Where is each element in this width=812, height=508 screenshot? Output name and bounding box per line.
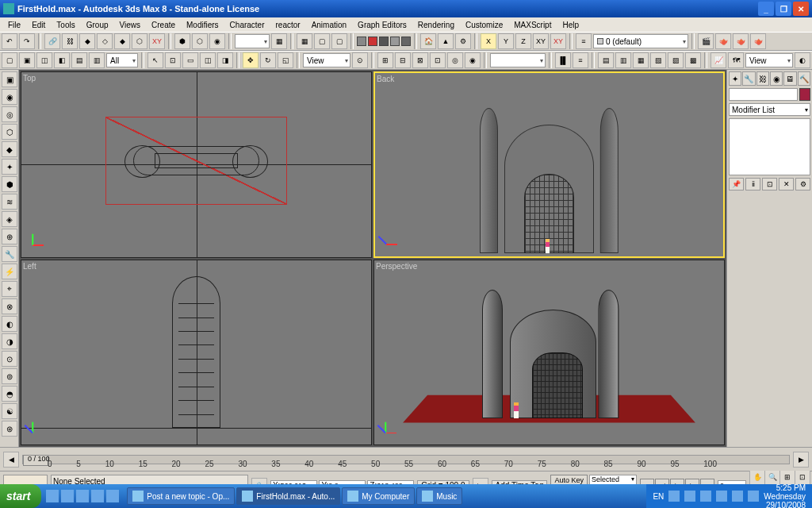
viewport-perspective[interactable]: Perspective: [373, 260, 725, 446]
menu-help[interactable]: Help: [557, 20, 584, 30]
ql-icon[interactable]: [46, 490, 59, 502]
r-tool-2[interactable]: ◉: [2, 89, 17, 105]
select-rect[interactable]: ▭: [182, 52, 198, 68]
select-arrow[interactable]: ↖: [147, 52, 163, 68]
redo-button[interactable]: ↷: [19, 33, 35, 49]
render-quick[interactable]: 🫖: [715, 33, 731, 49]
menu-maxscript[interactable]: MAXScript: [509, 20, 556, 30]
menu-file[interactable]: File: [3, 20, 25, 30]
swatch-5[interactable]: [401, 37, 411, 46]
snap-b[interactable]: ⊟: [395, 52, 411, 68]
snap-e[interactable]: ◎: [447, 52, 463, 68]
start-button[interactable]: start: [0, 484, 41, 508]
r-tool-17[interactable]: ⊙: [2, 351, 17, 367]
menu-views[interactable]: Views: [115, 20, 146, 30]
pivot-tool[interactable]: ⊙: [352, 52, 368, 68]
viewport-top[interactable]: Top: [21, 71, 372, 258]
r-tool-20[interactable]: ☯: [2, 403, 17, 419]
tray-icon[interactable]: [668, 491, 680, 502]
swatch-2[interactable]: [368, 37, 377, 46]
link-button[interactable]: 🔗: [44, 33, 60, 49]
layers-c[interactable]: ▦: [633, 52, 649, 68]
r-tool-12[interactable]: ⚡: [2, 264, 17, 279]
menu-reactor[interactable]: reactor: [271, 20, 305, 30]
r-tool-18[interactable]: ⊚: [2, 368, 17, 384]
sel-filter-f[interactable]: ▥: [89, 52, 105, 68]
task-item[interactable]: Post a new topic - Op...: [127, 487, 235, 505]
tray-icon[interactable]: [700, 491, 711, 502]
r-tool-8[interactable]: ≋: [2, 194, 17, 210]
stack-show[interactable]: ⅱ: [745, 178, 760, 190]
stack-pin[interactable]: 📌: [729, 178, 744, 190]
tool-h[interactable]: ▦: [271, 33, 287, 49]
stack-remove[interactable]: ✕: [779, 178, 794, 190]
lang-indicator[interactable]: EN: [653, 492, 664, 501]
swatch-3[interactable]: [379, 37, 389, 46]
clock[interactable]: 5:25 PM Wednesday 29/10/2008: [764, 483, 806, 509]
r-tool-11[interactable]: 🔧: [2, 246, 17, 262]
scale-tool[interactable]: ◱: [278, 52, 293, 68]
rotate-tool[interactable]: ↻: [260, 52, 276, 68]
selfilter-dropdown[interactable]: All: [106, 53, 138, 67]
unlink-button[interactable]: ⛓: [62, 33, 78, 49]
menu-grapheditors[interactable]: Graph Editors: [353, 20, 412, 30]
r-tool-14[interactable]: ⊗: [2, 298, 17, 314]
r-tool-10[interactable]: ⊕: [2, 229, 17, 244]
curve-ed[interactable]: 📈: [710, 52, 726, 68]
swatch-4[interactable]: [390, 37, 400, 46]
tray-icon[interactable]: [748, 491, 759, 502]
tool-c[interactable]: ⬡: [132, 33, 147, 49]
axis-z[interactable]: Z: [515, 33, 531, 49]
menu-modifiers[interactable]: Modifiers: [182, 20, 224, 30]
tab-modify[interactable]: 🔧: [742, 71, 755, 86]
viewport-left[interactable]: Left: [21, 260, 372, 446]
tool-g[interactable]: ◉: [209, 33, 225, 49]
close-button[interactable]: ✕: [793, 2, 809, 16]
material-ed[interactable]: ◐: [795, 52, 810, 68]
refcoord-dropdown[interactable]: View: [303, 53, 350, 67]
r-tool-19[interactable]: ◓: [2, 386, 17, 402]
view-dropdown[interactable]: View: [745, 53, 793, 67]
snap-f[interactable]: ◉: [465, 52, 481, 68]
move-tool[interactable]: ✥: [243, 52, 259, 68]
ql-icon[interactable]: [106, 490, 119, 502]
undo-button[interactable]: ↶: [2, 33, 17, 49]
sel-filter-a[interactable]: ▢: [2, 52, 17, 68]
menu-create[interactable]: Create: [147, 20, 180, 30]
select-name[interactable]: ⊡: [165, 52, 181, 68]
r-tool-13[interactable]: ⌖: [2, 281, 17, 297]
sel-filter-b[interactable]: ▣: [19, 52, 35, 68]
r-tool-5[interactable]: ◆: [2, 141, 17, 157]
r-tool-6[interactable]: ✦: [2, 159, 17, 175]
ql-icon[interactable]: [61, 490, 74, 502]
select-cross[interactable]: ◨: [217, 52, 233, 68]
layers-e[interactable]: ▨: [668, 52, 684, 68]
task-item[interactable]: My Computer: [342, 487, 415, 505]
snap-d[interactable]: ⊡: [430, 52, 446, 68]
r-tool-1[interactable]: ▣: [2, 71, 17, 87]
r-tool-3[interactable]: ◎: [2, 106, 17, 122]
stack-unique[interactable]: ⊡: [762, 178, 777, 190]
axis-y[interactable]: Y: [498, 33, 514, 49]
object-name-field[interactable]: [729, 88, 798, 101]
render-last[interactable]: 🫖: [750, 33, 766, 49]
modifier-list-dropdown[interactable]: Modifier List: [729, 103, 810, 116]
menu-group[interactable]: Group: [82, 20, 113, 30]
tool-f[interactable]: ⬡: [192, 33, 208, 49]
tool-j[interactable]: ▢: [314, 33, 330, 49]
tab-hierarchy[interactable]: ⛓: [756, 71, 769, 86]
stack-config[interactable]: ⚙: [795, 178, 810, 190]
layers-d[interactable]: ▧: [650, 52, 666, 68]
render-setup[interactable]: 🎬: [698, 33, 714, 49]
ql-icon[interactable]: [76, 490, 89, 502]
maximize-button[interactable]: ❐: [776, 2, 791, 16]
ql-icon[interactable]: [91, 490, 104, 502]
axis-tool[interactable]: XY: [550, 33, 566, 49]
dropdown-1[interactable]: [235, 34, 270, 48]
time-prev[interactable]: ◀: [3, 452, 19, 468]
layer-dropdown[interactable]: 0 (default): [593, 34, 688, 48]
task-item[interactable]: FirstHold.max - Auto...: [236, 487, 340, 505]
task-item[interactable]: Music: [416, 487, 462, 505]
menu-animation[interactable]: Animation: [307, 20, 351, 30]
tool-d[interactable]: XY: [149, 33, 165, 49]
